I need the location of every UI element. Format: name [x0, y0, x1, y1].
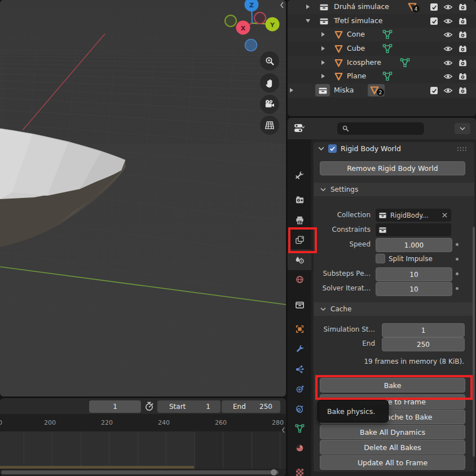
- solver-field[interactable]: 10: [376, 282, 452, 296]
- mesh-data-icon: [295, 424, 305, 433]
- timeline-scrollbar-knob[interactable]: [271, 469, 277, 475]
- tab-world[interactable]: [288, 270, 311, 289]
- solver-animate-dot[interactable]: [456, 287, 459, 290]
- timeline-ruler[interactable]: 0 200 220 240 260 280: [0, 414, 286, 431]
- camera-view-button[interactable]: [260, 95, 279, 114]
- eye-icon[interactable]: [443, 2, 453, 12]
- pan-button[interactable]: [260, 73, 279, 92]
- speed-animate-dot[interactable]: [456, 243, 459, 246]
- tab-tool[interactable]: [288, 165, 311, 184]
- expand-arrow-icon[interactable]: [321, 46, 325, 51]
- settings-subpanel-header[interactable]: Settings: [314, 183, 474, 196]
- timeline-collapse-arrow[interactable]: [281, 425, 286, 436]
- collection-checkbox[interactable]: [430, 17, 438, 25]
- bake-all-dynamics-button[interactable]: Bake All Dynamics: [320, 425, 465, 439]
- camera-disable-icon[interactable]: [458, 72, 468, 81]
- search-input[interactable]: [337, 122, 424, 135]
- frame-start-field[interactable]: Start 1: [157, 400, 221, 413]
- outliner-row-druha-simulace[interactable]: Druhá simulace 4: [288, 0, 476, 14]
- gizmo-neg-z-ball[interactable]: [245, 39, 257, 51]
- camera-disable-icon[interactable]: [458, 58, 468, 68]
- expand-arrow-icon[interactable]: [321, 32, 325, 37]
- tab-output[interactable]: [288, 210, 311, 230]
- tab-material[interactable]: [288, 438, 311, 457]
- frame-end-field[interactable]: End 250: [222, 400, 280, 413]
- outliner-row-cube[interactable]: Cube: [288, 42, 476, 56]
- properties-options-dropdown[interactable]: [455, 123, 470, 134]
- timeline-track-area[interactable]: [0, 431, 286, 469]
- cache-subpanel-header[interactable]: Cache: [314, 302, 474, 316]
- current-frame-field[interactable]: 1: [89, 400, 141, 413]
- zoom-button[interactable]: [260, 51, 279, 70]
- outliner-row-miska[interactable]: Miska 2: [288, 83, 476, 98]
- expand-arrow-icon[interactable]: [306, 5, 310, 9]
- eye-icon[interactable]: [443, 44, 453, 54]
- panel-collapse-chevron-icon[interactable]: [318, 147, 324, 151]
- camera-disable-icon[interactable]: [458, 30, 468, 39]
- tab-object[interactable]: [288, 319, 311, 338]
- selected-collection-icon-chip[interactable]: [315, 84, 330, 96]
- grid-ortho-button[interactable]: [260, 116, 279, 135]
- camera-disable-icon[interactable]: [458, 44, 468, 54]
- collection-field[interactable]: RigidBody...: [376, 209, 451, 222]
- substeps-field[interactable]: 10: [376, 267, 452, 281]
- rigid-body-world-panel: Rigid Body World Remove Rigid Body World…: [314, 142, 474, 471]
- tab-render[interactable]: [288, 190, 311, 209]
- outliner-editor[interactable]: Druhá simulace 4 Třetí simulace: [288, 0, 476, 116]
- tab-physics[interactable]: [288, 379, 311, 398]
- outliner-row-cone[interactable]: Cone: [288, 28, 476, 42]
- outliner-row-icosphere[interactable]: Icosphere: [288, 56, 476, 69]
- gizmo-neg-y-ball[interactable]: [225, 15, 236, 27]
- object-name: Cube: [347, 44, 365, 52]
- rigid-body-world-checkbox[interactable]: [328, 144, 337, 153]
- eye-icon[interactable]: [443, 86, 453, 95]
- cache-end-field[interactable]: 250: [382, 337, 465, 351]
- tab-constraints[interactable]: [288, 399, 311, 418]
- delete-all-bakes-button[interactable]: Delete All Bakes: [320, 440, 465, 455]
- gizmo-neg-x-ball[interactable]: [254, 12, 266, 24]
- tab-object-data[interactable]: [288, 418, 311, 438]
- properties-scrollbar[interactable]: [473, 227, 475, 457]
- collapse-arrow-icon[interactable]: [306, 19, 310, 23]
- simulation-start-field[interactable]: 1: [382, 323, 465, 337]
- eye-icon[interactable]: [443, 58, 453, 68]
- expand-arrow-icon[interactable]: [321, 74, 325, 78]
- constraints-field[interactable]: [376, 223, 451, 236]
- eye-icon[interactable]: [443, 72, 453, 81]
- camera-disable-icon[interactable]: [458, 2, 468, 12]
- expand-arrow-icon[interactable]: [321, 60, 325, 65]
- panel-grip-icon[interactable]: [457, 147, 467, 152]
- speed-field[interactable]: 1.000: [376, 238, 452, 252]
- tab-particles[interactable]: [288, 359, 311, 378]
- timeline-scrollbar[interactable]: [0, 469, 286, 476]
- timeline-editor[interactable]: 1 Start 1 End 250 0 200 220 240 260 280: [0, 398, 286, 476]
- stopwatch-icon[interactable]: [144, 401, 155, 414]
- tab-texture[interactable]: [288, 462, 311, 476]
- update-all-to-frame-button[interactable]: Update All to Frame: [320, 455, 465, 470]
- eye-icon[interactable]: [443, 16, 453, 26]
- split-impulse-animate-dot[interactable]: [456, 258, 459, 261]
- camera-disable-icon[interactable]: [458, 86, 468, 95]
- remove-rigid-body-world-button[interactable]: Remove Rigid Body World: [320, 161, 465, 175]
- split-impulse-checkbox[interactable]: [376, 254, 385, 263]
- viewport-3d[interactable]: Z X Y: [0, 0, 286, 396]
- editor-type-button[interactable]: [293, 122, 307, 138]
- outliner-row-plane[interactable]: Plane: [288, 69, 476, 83]
- tab-collection[interactable]: [288, 295, 311, 314]
- clear-collection-icon[interactable]: [442, 212, 448, 218]
- collection-checkbox[interactable]: [430, 87, 438, 94]
- expand-arrow-icon[interactable]: [290, 88, 293, 92]
- tab-modifiers[interactable]: [288, 339, 311, 358]
- camera-disable-icon[interactable]: [458, 16, 468, 26]
- chevron-down-icon: [320, 307, 326, 311]
- collection-checkbox[interactable]: [430, 3, 438, 11]
- properties-editor[interactable]: Rigid Body World Remove Rigid Body World…: [288, 118, 476, 476]
- properties-tab-strip: [288, 139, 311, 476]
- substeps-animate-dot[interactable]: [456, 272, 459, 275]
- timeline-scrollbar-bar[interactable]: [1, 470, 279, 474]
- navigation-gizmo[interactable]: Z X Y: [225, 0, 280, 51]
- viewport-collapse-arrow[interactable]: [279, 1, 285, 11]
- eye-icon[interactable]: [443, 30, 453, 39]
- settings-subpanel-title: Settings: [330, 186, 358, 193]
- outliner-row-treti-simulace[interactable]: Třetí simulace: [288, 14, 476, 28]
